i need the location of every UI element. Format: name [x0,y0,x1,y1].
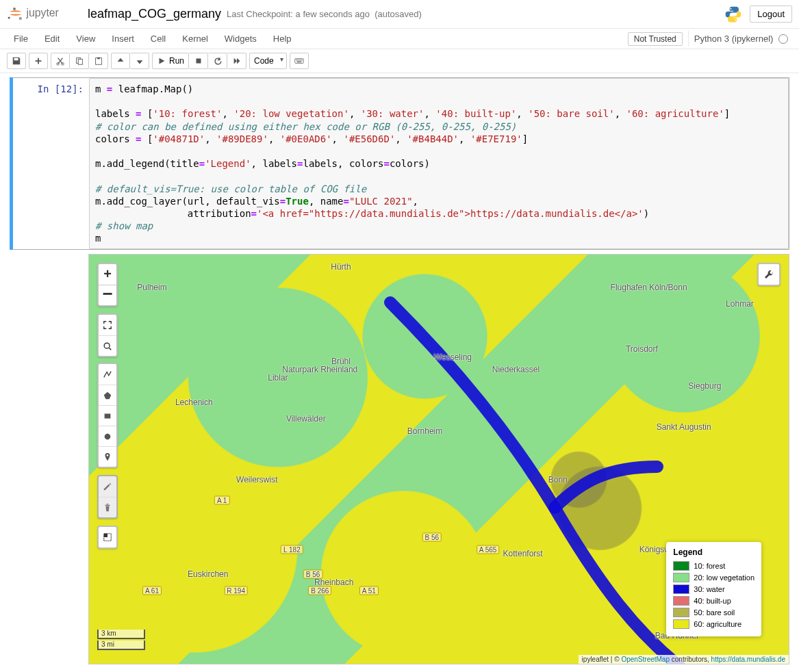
delete-layers-button[interactable] [99,497,116,517]
insert-cell-below-button[interactable] [29,53,48,69]
settings-button[interactable] [757,263,781,286]
legend-label: 60: agriculture [694,620,741,628]
legend-swatch [673,608,689,617]
legend-label: 30: water [694,585,724,593]
draw-tools [97,363,118,468]
svg-rect-14 [296,60,296,60]
header: jupyter leafmap_COG_germany Last Checkpo… [0,0,799,29]
draw-polygon-button[interactable] [99,385,116,405]
svg-rect-12 [196,59,201,64]
restart-run-all-button[interactable] [227,53,246,69]
svg-point-2 [8,16,10,18]
svg-marker-21 [104,392,112,400]
menu-cell[interactable]: Cell [142,29,174,48]
legend-label: 10: forest [694,562,725,570]
menu-widgets[interactable]: Widgets [216,29,265,48]
scale-control: 3 km 3 mi [97,630,145,651]
legend-row: 50: bare soil [673,608,754,617]
edit-layers-button[interactable] [99,476,116,497]
menu-insert[interactable]: Insert [103,29,142,48]
menubar: FileEditViewInsertCellKernelWidgetsHelp … [0,29,799,49]
view-tools [97,313,118,357]
svg-rect-17 [300,60,301,60]
cut-button[interactable] [51,53,70,69]
mundialis-link[interactable]: https://data.mundialis.de [711,656,785,663]
menu-file[interactable]: File [5,29,36,48]
legend-label: 40: built-up [694,597,731,605]
python-logo-icon [724,5,743,24]
toolbar: Run Code [0,49,799,73]
legend-swatch [673,584,689,594]
attribution: ipyleaflet | © OpenStreetMap contributor… [579,655,789,664]
restart-button[interactable] [208,53,227,69]
svg-point-23 [105,434,111,440]
svg-point-20 [104,343,110,348]
legend-row: 20: low vegetation [673,573,754,582]
kernel-name[interactable]: Python 3 (ipykernel) [688,31,794,47]
legend: Legend 10: forest20: low vegetation30: w… [666,542,761,636]
svg-point-0 [13,8,16,10]
trust-indicator[interactable]: Not Trusted [628,32,683,46]
save-button[interactable] [7,53,26,69]
svg-rect-9 [78,59,82,64]
search-button[interactable] [99,335,116,356]
legend-row: 60: agriculture [673,619,754,629]
draw-marker-button[interactable] [99,446,116,467]
paste-button[interactable] [89,53,108,69]
run-button[interactable]: Run [152,53,189,69]
legend-title: Legend [673,547,754,557]
notebook-name[interactable]: leafmap_COG_germany [88,7,221,21]
extra-tools [97,526,118,549]
draw-polyline-button[interactable] [99,364,116,385]
svg-rect-11 [97,57,100,60]
edit-tools [97,475,118,519]
svg-rect-15 [297,60,298,60]
code-cell[interactable]: In [12]: m = leafmap.Map() labels = ['10… [10,77,789,250]
legend-label: 20: low vegetation [694,573,754,582]
draw-rectangle-button[interactable] [99,405,116,426]
notebook-area: In [12]: m = leafmap.Map() labels = ['10… [0,73,799,672]
interrupt-button[interactable] [189,53,208,69]
svg-rect-16 [299,60,299,60]
legend-row: 40: built-up [673,596,754,606]
svg-point-1 [19,17,22,20]
logout-button[interactable]: Logout [750,5,792,23]
code-input-area[interactable]: m = leafmap.Map() labels = ['10: forest'… [89,78,789,249]
svg-rect-19 [297,62,302,62]
zoom-control: + − [97,263,118,307]
map-output: HürthPulheimBrühlLiblarLechenichWesselin… [88,254,789,664]
move-down-button[interactable] [130,53,149,69]
menu-edit[interactable]: Edit [36,29,68,48]
svg-rect-26 [104,534,107,537]
move-up-button[interactable] [111,53,130,69]
input-prompt: In [12]: [10,78,89,249]
zoom-out-button[interactable]: − [99,285,116,305]
svg-rect-22 [105,413,111,418]
svg-text:jupyter: jupyter [26,7,59,18]
legend-swatch [673,619,689,629]
menu-kernel[interactable]: Kernel [174,29,216,48]
svg-point-24 [107,454,109,456]
menu-help[interactable]: Help [265,29,300,48]
legend-label: 50: bare soil [694,608,735,617]
svg-rect-13 [295,59,304,64]
measure-button[interactable] [99,527,116,547]
svg-point-5 [735,19,737,21]
jupyter-logo[interactable]: jupyter [5,3,81,25]
legend-swatch [673,561,689,571]
leaflet-map[interactable]: HürthPulheimBrühlLiblarLechenichWesselin… [88,254,789,664]
command-palette-button[interactable] [290,53,309,69]
legend-swatch [673,573,689,582]
draw-circle-button[interactable] [99,426,116,446]
legend-row: 10: forest [673,561,754,571]
legend-swatch [673,596,689,606]
svg-point-4 [731,8,732,9]
zoom-in-button[interactable]: + [99,264,116,285]
osm-link[interactable]: OpenStreetMap [621,656,670,663]
svg-rect-18 [302,60,303,60]
fullscreen-button[interactable] [99,315,116,335]
menu-view[interactable]: View [68,29,103,48]
legend-row: 30: water [673,584,754,594]
cell-type-select[interactable]: Code [249,53,287,69]
copy-button[interactable] [70,53,89,69]
